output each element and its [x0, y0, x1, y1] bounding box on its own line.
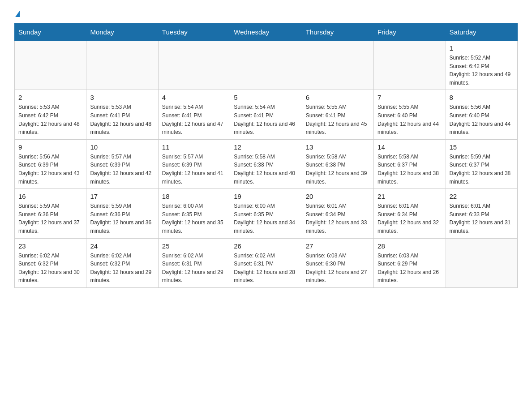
- calendar-cell: 8Sunrise: 5:56 AMSunset: 6:40 PMDaylight…: [446, 90, 517, 139]
- calendar-cell: 17Sunrise: 5:59 AMSunset: 6:36 PMDayligh…: [86, 189, 158, 238]
- calendar-body: 1Sunrise: 5:52 AMSunset: 6:42 PMDaylight…: [15, 41, 518, 288]
- day-number: 18: [162, 193, 226, 200]
- calendar-cell: 3Sunrise: 5:53 AMSunset: 6:41 PMDaylight…: [86, 90, 158, 139]
- calendar-cell: 20Sunrise: 6:01 AMSunset: 6:34 PMDayligh…: [302, 189, 373, 238]
- day-number: 2: [18, 94, 82, 101]
- day-info: Sunrise: 6:03 AMSunset: 6:30 PMDaylight:…: [306, 252, 370, 285]
- header-day-friday: Friday: [374, 24, 446, 41]
- day-info: Sunrise: 5:53 AMSunset: 6:42 PMDaylight:…: [18, 103, 82, 136]
- header-day-monday: Monday: [86, 24, 158, 41]
- day-info: Sunrise: 5:59 AMSunset: 6:36 PMDaylight:…: [90, 202, 154, 235]
- day-info: Sunrise: 5:58 AMSunset: 6:37 PMDaylight:…: [378, 153, 442, 186]
- day-info: Sunrise: 5:58 AMSunset: 6:38 PMDaylight:…: [306, 153, 370, 186]
- calendar-cell: [15, 41, 86, 90]
- calendar-cell: 28Sunrise: 6:03 AMSunset: 6:29 PMDayligh…: [374, 238, 446, 287]
- day-info: Sunrise: 5:56 AMSunset: 6:40 PMDaylight:…: [450, 103, 514, 136]
- day-number: 10: [90, 143, 154, 151]
- day-info: Sunrise: 5:56 AMSunset: 6:39 PMDaylight:…: [18, 153, 82, 186]
- day-number: 6: [306, 94, 370, 101]
- calendar-cell: 21Sunrise: 6:01 AMSunset: 6:34 PMDayligh…: [374, 189, 446, 238]
- calendar-cell: 23Sunrise: 6:02 AMSunset: 6:32 PMDayligh…: [15, 238, 86, 287]
- day-info: Sunrise: 6:02 AMSunset: 6:32 PMDaylight:…: [18, 252, 82, 285]
- day-info: Sunrise: 5:58 AMSunset: 6:38 PMDaylight:…: [234, 153, 298, 186]
- calendar-cell: 26Sunrise: 6:02 AMSunset: 6:31 PMDayligh…: [230, 238, 302, 287]
- day-info: Sunrise: 6:00 AMSunset: 6:35 PMDaylight:…: [162, 202, 226, 235]
- calendar-cell: 9Sunrise: 5:56 AMSunset: 6:39 PMDaylight…: [15, 139, 86, 188]
- day-info: Sunrise: 5:57 AMSunset: 6:39 PMDaylight:…: [162, 153, 226, 186]
- day-number: 26: [234, 242, 298, 250]
- day-info: Sunrise: 5:55 AMSunset: 6:40 PMDaylight:…: [378, 103, 442, 136]
- day-number: 24: [90, 242, 154, 250]
- calendar-cell: [302, 41, 373, 90]
- day-info: Sunrise: 6:01 AMSunset: 6:33 PMDaylight:…: [450, 202, 514, 235]
- calendar-cell: 13Sunrise: 5:58 AMSunset: 6:38 PMDayligh…: [302, 139, 373, 188]
- calendar-header: SundayMondayTuesdayWednesdayThursdayFrid…: [15, 24, 518, 41]
- calendar-cell: 27Sunrise: 6:03 AMSunset: 6:30 PMDayligh…: [302, 238, 373, 287]
- day-number: 23: [18, 242, 82, 250]
- day-number: 25: [162, 242, 226, 250]
- day-info: Sunrise: 6:02 AMSunset: 6:32 PMDaylight:…: [90, 252, 154, 285]
- day-info: Sunrise: 6:02 AMSunset: 6:31 PMDaylight:…: [234, 252, 298, 285]
- header-day-sunday: Sunday: [15, 24, 86, 41]
- calendar-cell: 10Sunrise: 5:57 AMSunset: 6:39 PMDayligh…: [86, 139, 158, 188]
- calendar-cell: 6Sunrise: 5:55 AMSunset: 6:41 PMDaylight…: [302, 90, 373, 139]
- day-number: 14: [378, 143, 442, 151]
- calendar-cell: 16Sunrise: 5:59 AMSunset: 6:36 PMDayligh…: [15, 189, 86, 238]
- day-number: 1: [450, 44, 514, 52]
- calendar-cell: [374, 41, 446, 90]
- day-info: Sunrise: 6:00 AMSunset: 6:35 PMDaylight:…: [234, 202, 298, 235]
- day-number: 7: [378, 94, 442, 101]
- calendar-cell: 7Sunrise: 5:55 AMSunset: 6:40 PMDaylight…: [374, 90, 446, 139]
- day-number: 28: [378, 242, 442, 250]
- calendar-cell: 24Sunrise: 6:02 AMSunset: 6:32 PMDayligh…: [86, 238, 158, 287]
- day-number: 12: [234, 143, 298, 151]
- calendar-cell: 11Sunrise: 5:57 AMSunset: 6:39 PMDayligh…: [158, 139, 230, 188]
- day-info: Sunrise: 5:55 AMSunset: 6:41 PMDaylight:…: [306, 103, 370, 136]
- calendar-cell: 25Sunrise: 6:02 AMSunset: 6:31 PMDayligh…: [158, 238, 230, 287]
- logo: [14, 11, 20, 18]
- page: SundayMondayTuesdayWednesdayThursdayFrid…: [0, 0, 532, 302]
- calendar-cell: [446, 238, 517, 287]
- header-day-wednesday: Wednesday: [230, 24, 302, 41]
- week-row-4: 16Sunrise: 5:59 AMSunset: 6:36 PMDayligh…: [15, 189, 518, 238]
- day-number: 13: [306, 143, 370, 151]
- calendar-cell: 5Sunrise: 5:54 AMSunset: 6:41 PMDaylight…: [230, 90, 302, 139]
- week-row-3: 9Sunrise: 5:56 AMSunset: 6:39 PMDaylight…: [15, 139, 518, 188]
- calendar-cell: 18Sunrise: 6:00 AMSunset: 6:35 PMDayligh…: [158, 189, 230, 238]
- day-number: 16: [18, 193, 82, 200]
- calendar: SundayMondayTuesdayWednesdayThursdayFrid…: [14, 23, 518, 288]
- day-number: 20: [306, 193, 370, 200]
- day-number: 11: [162, 143, 226, 151]
- calendar-cell: 1Sunrise: 5:52 AMSunset: 6:42 PMDaylight…: [446, 41, 517, 90]
- day-info: Sunrise: 6:01 AMSunset: 6:34 PMDaylight:…: [306, 202, 370, 235]
- calendar-cell: 19Sunrise: 6:00 AMSunset: 6:35 PMDayligh…: [230, 189, 302, 238]
- calendar-cell: [86, 41, 158, 90]
- day-info: Sunrise: 5:53 AMSunset: 6:41 PMDaylight:…: [90, 103, 154, 136]
- week-row-1: 1Sunrise: 5:52 AMSunset: 6:42 PMDaylight…: [15, 41, 518, 90]
- day-info: Sunrise: 6:03 AMSunset: 6:29 PMDaylight:…: [378, 252, 442, 285]
- header-day-thursday: Thursday: [302, 24, 373, 41]
- day-info: Sunrise: 5:59 AMSunset: 6:37 PMDaylight:…: [450, 153, 514, 186]
- week-row-5: 23Sunrise: 6:02 AMSunset: 6:32 PMDayligh…: [15, 238, 518, 287]
- calendar-cell: 2Sunrise: 5:53 AMSunset: 6:42 PMDaylight…: [15, 90, 86, 139]
- header: [14, 11, 518, 18]
- day-info: Sunrise: 5:59 AMSunset: 6:36 PMDaylight:…: [18, 202, 82, 235]
- day-info: Sunrise: 5:54 AMSunset: 6:41 PMDaylight:…: [234, 103, 298, 136]
- day-number: 4: [162, 94, 226, 101]
- day-number: 19: [234, 193, 298, 200]
- calendar-cell: 4Sunrise: 5:54 AMSunset: 6:41 PMDaylight…: [158, 90, 230, 139]
- day-number: 22: [450, 193, 514, 200]
- day-number: 17: [90, 193, 154, 200]
- header-row: SundayMondayTuesdayWednesdayThursdayFrid…: [15, 24, 518, 41]
- calendar-cell: 12Sunrise: 5:58 AMSunset: 6:38 PMDayligh…: [230, 139, 302, 188]
- day-info: Sunrise: 6:01 AMSunset: 6:34 PMDaylight:…: [378, 202, 442, 235]
- header-day-tuesday: Tuesday: [158, 24, 230, 41]
- day-info: Sunrise: 6:02 AMSunset: 6:31 PMDaylight:…: [162, 252, 226, 285]
- week-row-2: 2Sunrise: 5:53 AMSunset: 6:42 PMDaylight…: [15, 90, 518, 139]
- calendar-cell: 15Sunrise: 5:59 AMSunset: 6:37 PMDayligh…: [446, 139, 517, 188]
- header-day-saturday: Saturday: [446, 24, 517, 41]
- day-number: 15: [450, 143, 514, 151]
- calendar-cell: 14Sunrise: 5:58 AMSunset: 6:37 PMDayligh…: [374, 139, 446, 188]
- logo-triangle-icon: [15, 11, 20, 17]
- day-number: 21: [378, 193, 442, 200]
